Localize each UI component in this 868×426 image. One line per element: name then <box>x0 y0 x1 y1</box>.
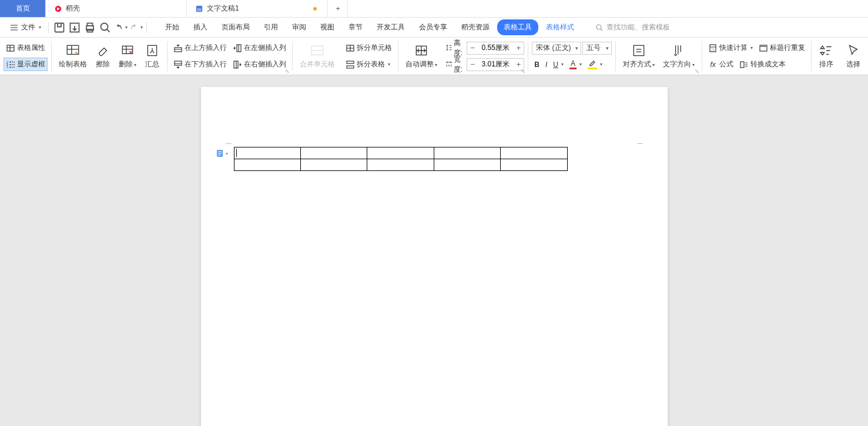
increase-button[interactable]: + <box>513 42 524 54</box>
tab-reference[interactable]: 引用 <box>257 19 284 35</box>
quick-calc-button[interactable]: 快速计算▾ <box>706 41 755 55</box>
table-cell[interactable] <box>434 147 500 159</box>
text-direction-button[interactable]: 文字方向▾ <box>659 41 698 72</box>
split-table-button[interactable]: 拆分表格▾ <box>343 58 393 71</box>
insert-row-below-button[interactable]: 在下方插入行 <box>171 58 229 71</box>
preview-button[interactable] <box>98 21 112 35</box>
tab-table-style[interactable]: 表格样式 <box>539 19 581 35</box>
table-cell[interactable] <box>300 147 367 159</box>
paragraph-options-button[interactable] <box>215 148 228 159</box>
redo-button[interactable]: ▾ <box>129 21 143 35</box>
table-cell[interactable] <box>300 159 367 171</box>
table-cell[interactable] <box>234 159 300 171</box>
font-size-select[interactable]: 五号 <box>582 42 612 55</box>
table-cell[interactable] <box>501 147 567 159</box>
table-row[interactable] <box>234 147 567 159</box>
document-table[interactable] <box>234 147 568 171</box>
search-icon <box>595 23 604 32</box>
row-height-icon <box>445 43 453 53</box>
tab-home[interactable]: 首页 <box>0 0 46 17</box>
highlight-button[interactable]: ▾ <box>585 58 605 71</box>
table-cell[interactable] <box>367 147 434 159</box>
tab-daoke-res[interactable]: 稻壳资源 <box>455 19 496 35</box>
insert-col-right-button[interactable]: 在右侧插入列 <box>230 58 289 71</box>
separator <box>146 22 147 33</box>
tab-insert[interactable]: 插入 <box>187 19 214 35</box>
tab-view[interactable]: 视图 <box>314 19 341 35</box>
page[interactable] <box>201 87 668 426</box>
new-tab-button[interactable]: ＋ <box>328 0 348 17</box>
group-launcher-icon[interactable]: ⤡ <box>520 68 526 74</box>
insert-col-left-button[interactable]: 在左侧插入列 <box>230 41 289 55</box>
header-repeat-button[interactable]: 标题行重复 <box>756 41 807 55</box>
merge-cells-label: 合并单元格 <box>300 59 335 69</box>
underline-button[interactable]: U▾ <box>551 59 566 71</box>
convert-to-text-button[interactable]: 转换成文本 <box>737 58 788 71</box>
separator <box>615 41 616 71</box>
plus-icon: ＋ <box>334 4 341 14</box>
font-name-select[interactable]: 宋体 (正文) <box>532 42 581 55</box>
formula-label: 公式 <box>719 59 733 69</box>
show-gridlines-label: 显示虚框 <box>17 59 45 69</box>
summary-button[interactable]: 汇总 <box>141 41 163 72</box>
sort-button[interactable]: 排序 <box>815 41 837 72</box>
draw-table-button[interactable]: 绘制表格 <box>55 41 91 72</box>
italic-button[interactable]: I <box>543 59 549 71</box>
align-button[interactable]: 对齐方式▾ <box>619 41 658 72</box>
delete-table-icon <box>120 43 135 58</box>
to-text-icon <box>739 60 749 69</box>
table-cell[interactable] <box>234 147 300 159</box>
delete-button[interactable]: 删除▾ <box>115 41 140 72</box>
separator <box>811 41 812 71</box>
document-tabs: 首页 稻壳 W 文字文稿1 ＋ <box>0 0 868 18</box>
search-box[interactable]: 查找功能、搜索模板 <box>595 22 670 32</box>
table-cell[interactable] <box>501 159 567 171</box>
font-name-value: 宋体 (正文) <box>536 43 571 53</box>
group-launcher-icon[interactable]: ⤡ <box>694 68 700 74</box>
font-color-button[interactable]: A▾ <box>567 58 584 71</box>
tab-daoke[interactable]: 稻壳 <box>46 0 187 17</box>
table-cell[interactable] <box>434 159 500 171</box>
table-row[interactable] <box>234 159 567 171</box>
tab-review[interactable]: 审阅 <box>286 19 313 35</box>
tab-dev-tools[interactable]: 开发工具 <box>370 19 411 35</box>
undo-button[interactable]: ▾ <box>113 21 128 35</box>
print-button[interactable] <box>83 21 97 35</box>
height-spinner[interactable]: −+ <box>467 42 524 55</box>
height-input[interactable] <box>478 42 513 54</box>
group-launcher-icon[interactable]: ⤡ <box>284 68 290 74</box>
eraser-button[interactable]: 擦除 <box>92 41 114 72</box>
table-properties-button[interactable]: 表格属性 <box>4 41 48 55</box>
show-gridlines-button[interactable]: 显示虚框 <box>4 58 48 71</box>
split-cells-button[interactable]: 拆分单元格 <box>343 41 394 55</box>
insert-row-above-button[interactable]: 在上方插入行 <box>171 41 229 55</box>
select-button[interactable]: 选择 <box>842 41 864 72</box>
group-align: 对齐方式▾ 文字方向▾ ⤡ <box>617 38 701 75</box>
table-cell[interactable] <box>367 159 434 171</box>
decrease-button[interactable]: − <box>467 42 478 54</box>
group-insert-rows: 在上方插入行 在左侧插入列 在下方插入行 在右侧插入列 ⤡ <box>169 38 291 75</box>
auto-adjust-button[interactable]: 自动调整▾ <box>402 41 441 72</box>
tab-member[interactable]: 会员专享 <box>413 19 454 35</box>
svg-rect-6 <box>88 23 93 26</box>
bold-button[interactable]: B <box>532 59 542 71</box>
tab-chapter[interactable]: 章节 <box>342 19 369 35</box>
svg-rect-21 <box>347 61 354 63</box>
separator <box>292 41 293 71</box>
formula-button[interactable]: fx公式 <box>706 58 736 71</box>
auto-adjust-icon <box>414 43 429 58</box>
width-input[interactable] <box>478 59 513 71</box>
tab-start[interactable]: 开始 <box>159 19 186 35</box>
save-button[interactable] <box>52 21 66 35</box>
svg-rect-22 <box>347 66 354 68</box>
tab-document[interactable]: W 文字文稿1 <box>187 0 328 17</box>
decrease-button[interactable]: − <box>467 59 478 71</box>
split-cells-label: 拆分单元格 <box>357 43 392 53</box>
file-menu[interactable]: 文件 ▾ <box>6 21 45 34</box>
tab-page-layout[interactable]: 页面布局 <box>215 19 256 35</box>
width-spinner[interactable]: −+ <box>467 58 524 71</box>
export-button[interactable] <box>68 21 82 35</box>
tab-table-tools[interactable]: 表格工具 <box>497 19 538 35</box>
group-sort: 排序 <box>813 38 840 75</box>
merge-cells-icon <box>310 43 325 58</box>
